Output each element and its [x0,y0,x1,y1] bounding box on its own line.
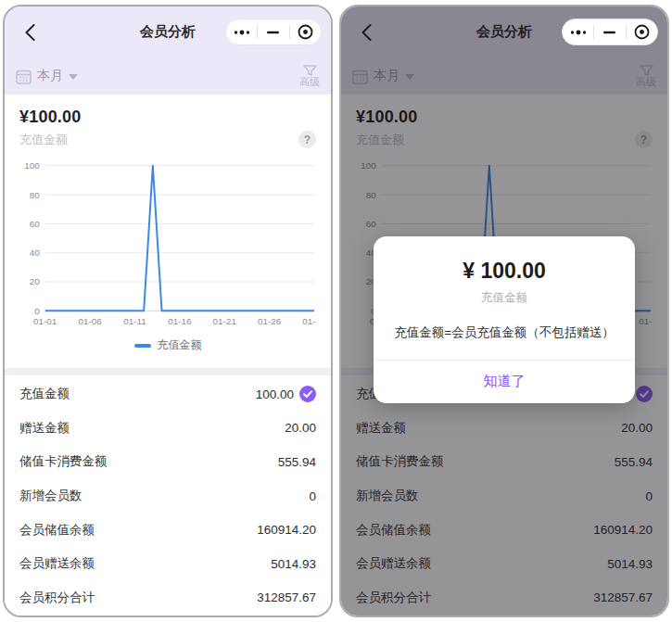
period-value: 本月 [37,68,63,84]
chevron-left-icon [25,24,35,41]
target-circle-icon [298,24,313,40]
stat-label: 会员积分合计 [19,590,95,606]
phone-screen-normal: 会员分析 [3,5,333,617]
stat-value: 20.00 [285,421,316,435]
more-button[interactable] [226,19,257,44]
back-button[interactable] [14,17,45,48]
svg-text:01-01: 01-01 [33,316,57,326]
minimize-button[interactable] [594,19,625,44]
dialog-metric-label: 充值金额 [374,290,635,306]
svg-text:01-11: 01-11 [123,316,146,326]
chevron-down-icon [69,74,78,80]
dialog-description: 充值金额=会员充值金额（不包括赠送） [374,324,635,341]
legend-swatch [134,344,151,348]
stats-list: 充值金额100.00赠送金额20.00储值卡消费金额555.94新增会员数0会员… [5,375,331,616]
stat-value: 100.00 [256,387,294,401]
minus-icon [603,31,615,34]
stat-label: 会员储值余额 [19,522,95,539]
period-picker[interactable]: 本月 [16,68,78,84]
advanced-label: 高级 [299,77,320,87]
funnel-icon [303,65,317,76]
stat-row[interactable]: 充值金额100.00 [19,377,316,412]
chart-legend: 充值金额 [19,332,316,361]
svg-text:100: 100 [24,160,40,171]
metric-info-dialog: ¥ 100.00 充值金额 充值金额=会员充值金额（不包括赠送） 知道了 [374,236,635,403]
svg-text:0: 0 [34,306,40,316]
filter-bar: 本月 高级 [5,57,331,95]
chart-card: ¥100.00 充值金额 ? 02040608010001-0101-0601-… [5,95,331,368]
two-phone-comparison: 会员分析 [0,0,672,622]
stat-row[interactable]: 会员积分合计312857.67 [19,581,316,616]
svg-text:80: 80 [30,190,41,200]
stat-value: 555.94 [278,455,316,469]
line-chart: 02040608010001-0101-0601-1101-1601-2101-… [19,158,316,332]
stat-value: 0 [309,489,316,503]
svg-text:20: 20 [30,276,41,286]
svg-text:01-31: 01-31 [302,316,316,326]
svg-text:01-21: 01-21 [213,316,237,326]
stat-label: 赠送金额 [19,420,70,437]
minus-icon [267,31,279,34]
more-button[interactable] [563,19,593,44]
stat-label: 储值卡消费金额 [19,453,108,470]
svg-text:01-06: 01-06 [78,316,102,326]
stat-row[interactable]: 储值卡消费金额555.94 [19,445,316,479]
ellipsis-icon [570,29,587,36]
advanced-filter-button[interactable]: 高级 [299,65,320,87]
dialog-confirm-button[interactable]: 知道了 [374,361,635,403]
navbar: 会员分析 [5,6,331,57]
stat-value: 5014.93 [271,557,316,571]
dialog-amount: ¥ 100.00 [374,259,635,284]
section-divider [5,368,331,375]
target-circle-icon [634,24,650,40]
phone-screen-modal: 会员分析 [339,5,669,617]
svg-text:01-26: 01-26 [258,316,282,326]
summary-metric-label: 充值金额 [19,132,68,148]
legend-label: 充值金额 [158,337,202,353]
miniprogram-capsule [225,19,322,45]
svg-text:60: 60 [30,219,41,229]
minimize-button[interactable] [258,19,288,44]
ellipsis-icon [234,29,250,36]
stat-label: 新增会员数 [19,488,82,504]
stat-row[interactable]: 会员储值余额160914.20 [19,513,316,547]
check-badge-icon [299,386,316,402]
miniprogram-capsule [562,19,658,45]
summary-amount: ¥100.00 [19,108,316,127]
calendar-icon [16,69,32,84]
close-button[interactable] [627,19,657,44]
svg-text:01-16: 01-16 [168,316,192,326]
close-button[interactable] [290,19,321,44]
stat-label: 会员赠送余额 [19,555,95,572]
svg-text:40: 40 [30,248,41,258]
stat-row[interactable]: 赠送金额20.00 [19,412,316,446]
help-icon[interactable]: ? [298,131,316,148]
stat-label: 充值金额 [19,386,70,402]
stat-value: 160914.20 [257,523,316,537]
stat-value: 312857.67 [257,590,316,604]
stat-row[interactable]: 新增会员数0 [19,479,316,514]
chart-svg: 02040608010001-0101-0601-1101-1601-2101-… [19,158,316,332]
stat-row[interactable]: 会员赠送余额5014.93 [19,547,316,581]
